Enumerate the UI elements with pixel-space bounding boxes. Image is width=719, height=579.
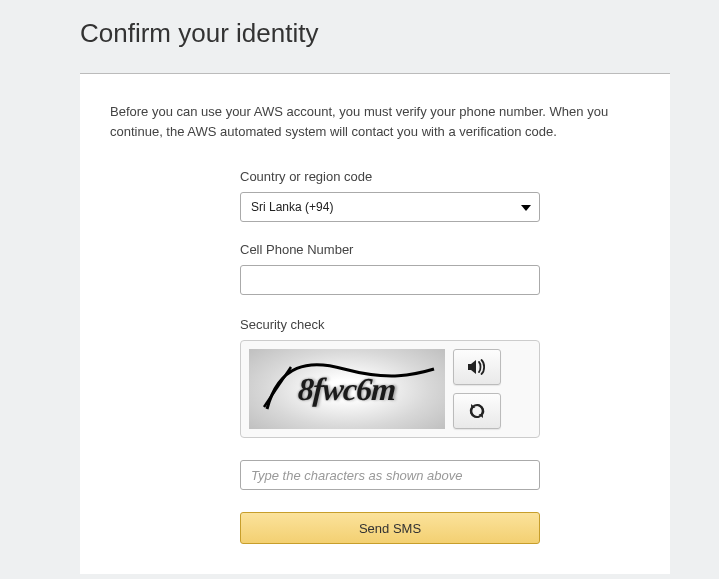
country-select-value: Sri Lanka (+94) xyxy=(241,193,539,221)
captcha-input[interactable] xyxy=(240,460,540,490)
phone-label: Cell Phone Number xyxy=(240,242,540,257)
security-check-label: Security check xyxy=(240,317,540,332)
send-sms-button[interactable]: Send SMS xyxy=(240,512,540,544)
page-title: Confirm your identity xyxy=(80,18,669,49)
captcha-buttons xyxy=(453,349,501,429)
refresh-icon xyxy=(468,402,486,420)
captcha-container: 8fwc6m xyxy=(240,340,540,438)
identity-form: Country or region code Sri Lanka (+94) C… xyxy=(240,169,540,544)
captcha-refresh-button[interactable] xyxy=(453,393,501,429)
country-select[interactable]: Sri Lanka (+94) xyxy=(240,192,540,222)
identity-card: Before you can use your AWS account, you… xyxy=(80,74,670,574)
intro-text: Before you can use your AWS account, you… xyxy=(110,102,640,141)
phone-input[interactable] xyxy=(240,265,540,295)
speaker-icon xyxy=(467,358,487,376)
captcha-text: 8fwc6m xyxy=(297,371,396,408)
country-label: Country or region code xyxy=(240,169,540,184)
captcha-audio-button[interactable] xyxy=(453,349,501,385)
captcha-image: 8fwc6m xyxy=(249,349,445,429)
chevron-down-icon xyxy=(521,205,531,211)
